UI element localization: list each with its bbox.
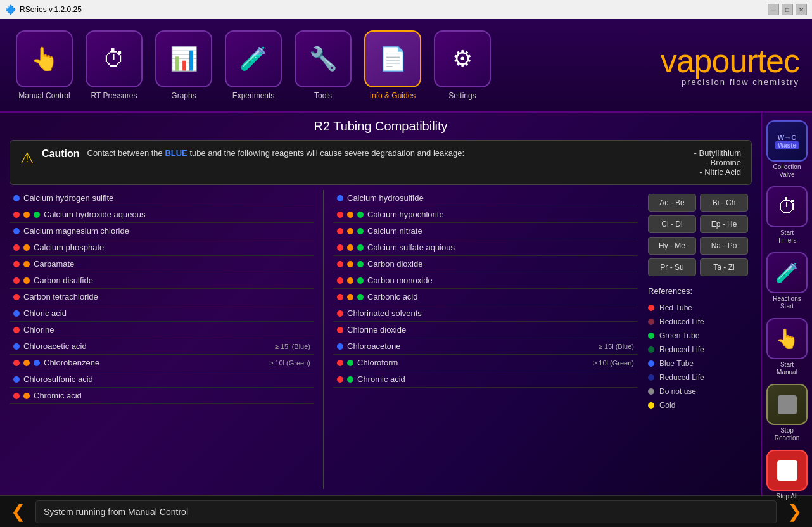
dot-green: [357, 228, 364, 234]
list-item: Chloroform ≥ 10l (Green): [333, 355, 638, 371]
settings-icon: ⚙: [434, 30, 491, 87]
list-item: Chromic acid: [333, 371, 638, 388]
list-item: Calcium hypochlorite: [333, 206, 638, 223]
dot-red: [337, 360, 343, 366]
start-manual-label: StartManual: [777, 361, 797, 376]
ref-dot-blue: [648, 360, 654, 367]
minimize-button[interactable]: ─: [768, 4, 779, 15]
brand: vapourtec precision flow chemistry: [661, 44, 799, 87]
collection-valve-icon: W→CWaste: [766, 120, 808, 162]
dot-orange: [23, 277, 30, 284]
ref-reduced-life-blue: Reduced Life: [648, 372, 748, 383]
stop-all-button[interactable]: Stop All: [765, 447, 809, 503]
alpha-hy-me[interactable]: Hy - Me: [648, 237, 696, 255]
dot-blue: [13, 376, 20, 383]
list-item: Carbamate: [10, 256, 314, 272]
nav-settings[interactable]: ⚙ Settings: [431, 30, 494, 100]
start-reactions-icon: 🧪: [766, 252, 808, 293]
alpha-pr-su[interactable]: Pr - Su: [648, 258, 696, 276]
dot-orange: [347, 228, 353, 234]
list-item: Chlorine dioxide: [333, 322, 638, 338]
ref-dot-gold: [648, 402, 654, 409]
dot-red: [337, 261, 343, 267]
dot-green: [34, 212, 40, 218]
dot-blue: [34, 360, 40, 366]
start-reactions-button[interactable]: 🧪 Reactions Start: [765, 250, 809, 313]
tools-icon: 🔧: [295, 30, 352, 87]
list-item: Calcium hydrogen sulfite: [10, 190, 314, 206]
rt-pressures-icon: ⏱: [86, 30, 143, 87]
dot-red: [337, 277, 343, 284]
close-button[interactable]: ✕: [796, 4, 807, 15]
start-timers-button[interactable]: ⏱ StartTimers: [765, 184, 809, 247]
dot-red: [13, 360, 20, 366]
dot-red: [13, 294, 20, 300]
right-sidebar: W→CWaste CollectionValve ⏱ StartTimers 🧪…: [761, 113, 812, 495]
main-content: R2 Tubing Compatibility ⚠ Caution Contac…: [0, 113, 812, 495]
dot-green: [357, 261, 364, 267]
alpha-na-po[interactable]: Na - Po: [700, 237, 748, 255]
list-item: Chlorine: [10, 322, 314, 338]
experiments-icon: 🧪: [225, 30, 282, 87]
list-item: Chloroacetone ≥ 15l (Blue): [333, 338, 638, 355]
dot-blue: [13, 228, 20, 234]
nav-manual-control[interactable]: 👆 Manual Control: [13, 30, 76, 100]
dot-red: [13, 393, 20, 399]
ref-dot-red-dim: [648, 319, 654, 325]
nav-rt-pressures[interactable]: ⏱ RT Pressures: [82, 30, 146, 100]
chem-area: Calcium hydrogen sulfite Calcium hydroxi…: [10, 190, 752, 489]
dot-green: [357, 277, 364, 284]
caution-label: Caution: [42, 148, 80, 160]
dot-green: [357, 294, 364, 300]
ref-reduced-life-green: Reduced Life: [648, 344, 748, 355]
start-manual-button[interactable]: 👆 StartManual: [765, 315, 809, 379]
alpha-ci-di[interactable]: Ci - Di: [648, 215, 696, 233]
stop-all-label: Stop All: [777, 493, 798, 500]
ref-red-tube: Red Tube: [648, 302, 748, 314]
app-title: RSeries v.1.2.0.25: [20, 5, 82, 14]
bottom-bar: ❮ System running from Manual Control ❯: [0, 495, 812, 527]
dot-green: [347, 360, 353, 366]
dot-orange: [347, 277, 353, 284]
ref-dot-blue-dim: [648, 374, 654, 381]
chem-column-left: Calcium hydrogen sulfite Calcium hydroxi…: [10, 190, 314, 489]
dot-orange: [23, 393, 30, 399]
ref-dot-gray: [648, 388, 654, 395]
start-timers-icon: ⏱: [766, 186, 808, 227]
start-manual-icon: 👆: [766, 318, 808, 359]
alpha-ta-zi[interactable]: Ta - Zi: [700, 258, 748, 276]
start-timers-label: StartTimers: [777, 229, 796, 244]
next-arrow-button[interactable]: ❯: [783, 500, 806, 523]
prev-arrow-button[interactable]: ❮: [6, 500, 29, 523]
list-item: Calcium sulfate aquious: [333, 239, 638, 256]
nav-tools[interactable]: 🔧 Tools: [291, 30, 355, 100]
ref-panel: Ac - Be Bi - Ch Ci - Di Ep - He Hy - Me …: [644, 190, 752, 489]
alpha-ac-be[interactable]: Ac - Be: [648, 194, 696, 212]
alpha-ep-he[interactable]: Ep - He: [700, 215, 748, 233]
center-panel: R2 Tubing Compatibility ⚠ Caution Contac…: [0, 113, 761, 495]
list-item: Chlorosulfonic acid: [10, 371, 314, 388]
list-item: Carbon dioxide: [333, 256, 638, 272]
list-item: Calcium hydroxide aqueous: [10, 206, 314, 223]
nav-info-guides[interactable]: 📄 Info & Guides: [361, 30, 424, 100]
dot-red: [337, 294, 343, 300]
stop-reaction-button[interactable]: Stop Reaction: [765, 381, 809, 445]
dot-red: [337, 212, 343, 218]
status-bar: System running from Manual Control: [35, 500, 777, 523]
collection-valve-button[interactable]: W→CWaste CollectionValve: [765, 118, 809, 181]
dot-orange: [347, 261, 353, 267]
alpha-bi-ch[interactable]: Bi - Ch: [700, 194, 748, 212]
dot-red: [337, 376, 343, 383]
dot-orange: [347, 212, 353, 218]
list-item: Chloroacetic acid ≥ 15l (Blue): [10, 338, 314, 355]
nav-experiments[interactable]: 🧪 Experiments: [222, 30, 285, 100]
dot-red: [13, 244, 20, 251]
dot-orange: [23, 212, 30, 218]
dot-blue: [337, 343, 343, 350]
maximize-button[interactable]: □: [782, 4, 793, 15]
nav-graphs[interactable]: 📊 Graphs: [152, 30, 215, 100]
dot-red: [337, 244, 343, 251]
chem-column-right: Calcium hydrosulfide Calcium hypochlorit…: [333, 190, 638, 489]
dot-orange: [23, 244, 30, 251]
list-item: Calcium phosphate: [10, 239, 314, 256]
